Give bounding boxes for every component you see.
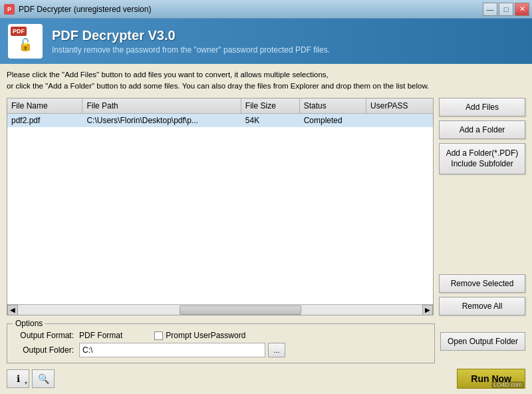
options-section: Options Output Format: PDF Format Prompt… [7,323,435,363]
run-now-container: Run Now LO4D.com [457,369,525,389]
instruction-line1: Please click the "Add Files" button to a… [7,69,525,81]
table-row[interactable]: pdf2.pdf C:\Users\Florin\Desktop\pdf\p..… [7,113,433,127]
folder-row: ... [79,343,285,357]
output-format-value: PDF Format [79,331,122,340]
bottom-bar: ℹ ▾ 🔍 Run Now LO4D.com [7,367,525,390]
lock-icon: 🔓 [18,37,33,52]
output-folder-label: Output Folder: [14,345,74,355]
instruction-line2: or click the "Add a Folder" button to ad… [7,81,525,92]
scroll-right-btn[interactable]: ▶ [422,305,433,315]
info-button[interactable]: ℹ ▾ [7,369,29,388]
col-userpass: UserPASS [366,98,433,114]
app-header: PDF 🔓 PDF Decrypter V3.0 Instantly remov… [0,19,532,64]
app-title-area: PDF Decrypter V3.0 Instantly remove the … [52,28,330,55]
window-title: PDF Decrypter (unregistered version) [19,5,151,14]
minimize-button[interactable]: — [483,3,497,16]
app-tagline: Instantly remove the password from the "… [52,45,330,55]
main-content: Please click the "Add Files" button to a… [0,64,532,394]
file-area: File Name File Path File Size Status Use… [7,98,525,316]
col-status: Status [299,98,366,114]
app-logo: PDF 🔓 [8,24,43,59]
open-output-area: Open Output Folder [440,319,525,363]
app-icon: P [4,4,15,15]
maximize-button[interactable]: □ [499,3,513,16]
table-body: pdf2.pdf C:\Users\Florin\Desktop\pdf\p..… [7,113,433,127]
title-bar-left: P PDF Decrypter (unregistered version) [4,4,151,15]
scroll-track[interactable] [18,305,422,315]
cell-filepath: C:\Users\Florin\Desktop\pdf\p... [82,113,241,127]
output-folder-row: Output Folder: ... [14,343,428,357]
add-folder-button[interactable]: Add a Folder [439,120,525,139]
prompt-password-checkbox[interactable] [154,331,163,340]
info-icon: ℹ [17,373,20,384]
title-bar: P PDF Decrypter (unregistered version) —… [0,0,532,19]
search-button[interactable]: 🔍 [32,369,55,388]
cell-filename: pdf2.pdf [7,113,82,127]
search-icon: 🔍 [38,373,49,384]
window-controls: — □ ✕ [483,3,529,16]
file-table: File Name File Path File Size Status Use… [7,98,433,127]
cell-userpass [366,113,433,127]
output-folder-input[interactable] [79,343,265,357]
right-buttons: Add Files Add a Folder Add a Folder(*.PD… [439,98,525,316]
output-format-row: Output Format: PDF Format Prompt UserPas… [14,331,428,340]
app-name: PDF Decrypter V3.0 [52,28,330,43]
table-scroll-area[interactable]: File Name File Path File Size Status Use… [7,98,433,305]
instructions: Please click the "Add Files" button to a… [7,69,525,93]
col-filesize: File Size [241,98,299,114]
col-filename: File Name [7,98,82,114]
add-folder-subfolder-button[interactable]: Add a Folder(*.PDF) Include Subfolder [439,143,525,175]
browse-button[interactable]: ... [268,343,285,357]
output-format-label: Output Format: [14,331,74,340]
prompt-password-group: Prompt UserPassword [154,331,245,340]
pdf-label: PDF [11,27,27,36]
scroll-thumb[interactable] [180,305,301,315]
cell-status: Completed [299,113,366,127]
col-filepath: File Path [82,98,241,114]
close-button[interactable]: ✕ [515,3,529,16]
add-files-button[interactable]: Add Files [439,98,525,116]
cell-filesize: 54K [241,113,299,127]
dropdown-arrow-icon: ▾ [25,380,27,386]
options-legend: Options [13,319,45,328]
remove-all-button[interactable]: Remove All [439,297,525,315]
prompt-password-label: Prompt UserPassword [166,331,245,340]
scroll-left-btn[interactable]: ◀ [7,305,18,315]
bottom-left-buttons: ℹ ▾ 🔍 [7,369,55,388]
remove-selected-button[interactable]: Remove Selected [439,274,525,293]
watermark: LO4D.com [491,381,524,388]
open-output-folder-button[interactable]: Open Output Folder [440,332,525,351]
horizontal-scrollbar[interactable]: ◀ ▶ [7,304,433,315]
file-list-container: File Name File Path File Size Status Use… [7,98,434,316]
table-header: File Name File Path File Size Status Use… [7,98,433,114]
